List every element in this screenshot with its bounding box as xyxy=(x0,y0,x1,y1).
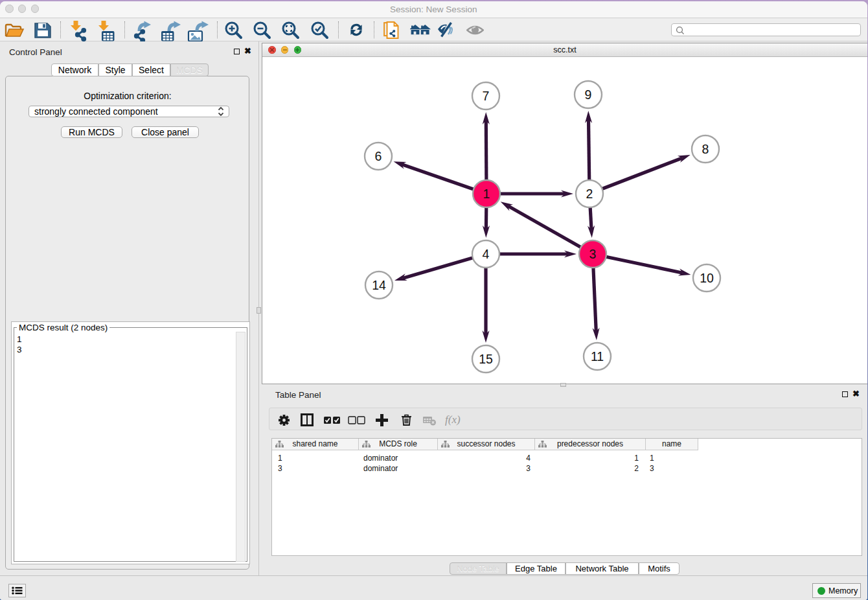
svg-text:9: 9 xyxy=(585,87,592,101)
svg-text:6: 6 xyxy=(375,148,382,163)
svg-text:1: 1 xyxy=(483,186,490,200)
svg-text:4: 4 xyxy=(483,246,490,260)
svg-text:8: 8 xyxy=(702,141,709,156)
svg-text:7: 7 xyxy=(483,88,490,102)
svg-text:15: 15 xyxy=(479,351,493,365)
svg-text:14: 14 xyxy=(372,277,386,292)
svg-text:3: 3 xyxy=(589,246,597,260)
svg-text:f(x): f(x) xyxy=(445,413,461,426)
svg-text:11: 11 xyxy=(591,349,604,363)
svg-text:2: 2 xyxy=(586,186,593,200)
svg-text:10: 10 xyxy=(700,270,714,284)
